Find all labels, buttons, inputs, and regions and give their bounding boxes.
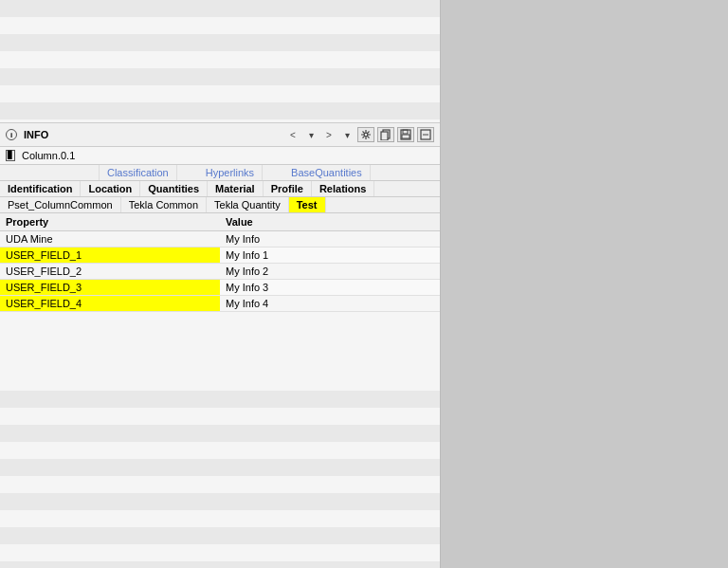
dropdown-button[interactable]: ▾ (339, 127, 355, 142)
tab-material[interactable]: Material (208, 181, 264, 196)
save-icon[interactable] (397, 127, 414, 142)
table-row: USER_FIELD_3My Info 3 (0, 280, 440, 296)
info-label: INFO (24, 129, 48, 140)
tab-hyperlinks[interactable]: Hyperlinks (177, 165, 263, 180)
svg-rect-2 (381, 132, 388, 140)
table-row: USER_FIELD_2My Info 2 (0, 264, 440, 280)
svg-point-0 (364, 133, 368, 137)
property-cell: UDA Mine (0, 231, 220, 247)
col-property-header: Property (0, 213, 220, 231)
properties-table: Property Value UDA MineMy InfoUSER_FIELD… (0, 213, 440, 312)
tab-location[interactable]: Location (81, 181, 140, 196)
tab-relations[interactable]: Relations (312, 181, 375, 196)
data-table: Property Value UDA MineMy InfoUSER_FIELD… (0, 213, 440, 391)
table-header: Property Value (0, 213, 440, 231)
info-panel: i INFO < ▾ > ▾ (0, 123, 440, 568)
table-row: USER_FIELD_1My Info 1 (0, 247, 440, 264)
property-cell: USER_FIELD_3 (0, 280, 220, 296)
tab-tekla-quantity[interactable]: Tekla Quantity (207, 197, 289, 212)
striped-top-area (0, 0, 440, 123)
forward-button[interactable]: > (321, 127, 337, 142)
tab-spacer1 (0, 165, 100, 180)
value-cell: My Info 2 (220, 264, 440, 280)
column-icon: ▊ (6, 150, 15, 161)
expand-icon[interactable] (417, 127, 434, 142)
property-cell: USER_FIELD_1 (0, 247, 220, 264)
property-cell: USER_FIELD_4 (0, 296, 220, 312)
property-cell: USER_FIELD_2 (0, 264, 220, 280)
down-button[interactable]: ▾ (303, 127, 318, 142)
tab-base-quantities[interactable]: BaseQuantities (263, 165, 371, 180)
tab-tekla-common[interactable]: Tekla Common (121, 197, 207, 212)
info-header: i INFO < ▾ > ▾ (0, 123, 440, 147)
right-panel-3d (441, 0, 728, 568)
tab-classification[interactable]: Classification (100, 165, 177, 180)
tab-test[interactable]: Test (289, 197, 326, 212)
tab-identification[interactable]: Identification (0, 181, 81, 196)
column-name: Column.0.1 (22, 150, 75, 161)
tabs-row2: Identification Location Quantities Mater… (0, 181, 440, 197)
tab-quantities[interactable]: Quantities (140, 181, 208, 196)
table-row: UDA MineMy Info (0, 231, 440, 247)
table-row: USER_FIELD_4My Info 4 (0, 296, 440, 312)
value-cell: My Info (220, 231, 440, 247)
copy-icon[interactable] (377, 127, 394, 142)
settings-icon[interactable] (357, 127, 374, 142)
svg-rect-4 (403, 130, 408, 134)
info-icon: i (6, 129, 17, 140)
value-cell: My Info 1 (220, 247, 440, 264)
info-controls: < ▾ > ▾ (285, 127, 434, 142)
tabs-row1: Classification Hyperlinks BaseQuantities (0, 165, 440, 181)
tab-pset-column-common[interactable]: Pset_ColumnCommon (0, 197, 121, 212)
tabs-container: Classification Hyperlinks BaseQuantities… (0, 165, 440, 213)
left-panel: i INFO < ▾ > ▾ (0, 0, 441, 568)
info-title: i INFO (6, 129, 48, 140)
column-label: ▊ Column.0.1 (0, 147, 440, 165)
col-value-header: Value (220, 213, 440, 231)
tab-profile[interactable]: Profile (264, 181, 312, 196)
column-3d-shape (441, 0, 728, 568)
value-cell: My Info 4 (220, 296, 440, 312)
back-button[interactable]: < (285, 127, 300, 142)
value-cell: My Info 3 (220, 280, 440, 296)
svg-rect-5 (402, 135, 410, 138)
tabs-row3: Pset_ColumnCommon Tekla Common Tekla Qua… (0, 197, 440, 213)
striped-bottom-area (0, 391, 440, 568)
